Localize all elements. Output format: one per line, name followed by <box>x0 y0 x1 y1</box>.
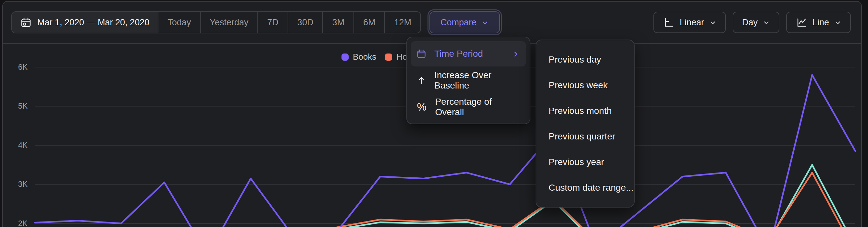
scale-select[interactable]: Linear <box>653 12 726 33</box>
granularity-label: Day <box>742 18 757 28</box>
legend-item-books[interactable]: Books <box>341 52 376 62</box>
submenu-item-previous-week[interactable]: Previous week <box>536 72 634 98</box>
arrow-up-icon <box>416 75 426 85</box>
compare-label: Compare <box>440 18 476 28</box>
quick-range-yesterday[interactable]: Yesterday <box>200 12 257 33</box>
quick-range-today[interactable]: Today <box>158 12 200 33</box>
legend-swatch <box>385 54 392 61</box>
scale-label: Linear <box>680 18 704 28</box>
line-chart-icon <box>796 17 807 28</box>
date-range-button[interactable]: Mar 1, 2020 — Mar 20, 2020 <box>12 12 158 33</box>
submenu-item-previous-month[interactable]: Previous month <box>536 98 634 124</box>
y-axis-tick: 5K <box>3 101 28 110</box>
quick-range-7d[interactable]: 7D <box>257 12 288 33</box>
quick-range-12m[interactable]: 12M <box>384 12 421 33</box>
y-axis-tick: 2K <box>3 219 28 227</box>
chevron-down-icon <box>834 19 841 26</box>
chevron-down-icon <box>481 19 489 27</box>
y-axis-tick: 6K <box>3 63 28 72</box>
submenu-item-previous-quarter[interactable]: Previous quarter <box>536 124 634 149</box>
y-axis-tick: 3K <box>3 180 28 189</box>
legend-label: Books <box>353 52 376 62</box>
calendar-icon <box>416 49 426 59</box>
axis-icon <box>663 17 675 28</box>
time-period-submenu: Previous day Previous week Previous mont… <box>536 39 634 207</box>
chart-type-select[interactable]: Line <box>786 12 851 33</box>
submenu-item-previous-year[interactable]: Previous year <box>536 149 634 175</box>
chevron-right-icon <box>512 51 519 58</box>
chevron-down-icon <box>709 19 716 26</box>
menu-item-increase-over-baseline[interactable]: Increase Over Baseline <box>411 68 526 93</box>
series-line-unnamed <box>35 165 855 227</box>
granularity-select[interactable]: Day <box>733 12 779 33</box>
legend-swatch <box>341 54 349 61</box>
analytics-dashboard: Mar 1, 2020 — Mar 20, 2020 Today Yesterd… <box>0 0 868 227</box>
legend-label: Ho <box>396 52 407 62</box>
series-line-Ho <box>35 172 855 227</box>
chevron-down-icon <box>763 19 770 26</box>
quick-range-6m[interactable]: 6M <box>353 12 385 33</box>
quick-range-3m[interactable]: 3M <box>322 12 353 33</box>
compare-button[interactable]: Compare <box>430 11 500 33</box>
submenu-item-previous-day[interactable]: Previous day <box>536 47 634 72</box>
legend-item-truncated[interactable]: Ho <box>385 52 407 62</box>
chart-legend: Books Ho <box>341 52 407 62</box>
chart-type-label: Line <box>812 18 829 28</box>
submenu-item-custom-date-range[interactable]: Custom date range... <box>536 175 634 200</box>
menu-item-time-period[interactable]: Time Period <box>411 41 526 66</box>
date-range-label: Mar 1, 2020 — Mar 20, 2020 <box>37 18 149 28</box>
menu-item-label: Percentage of Overall <box>435 97 519 118</box>
date-range-group: Mar 1, 2020 — Mar 20, 2020 Today Yesterd… <box>11 11 421 33</box>
compare-menu: Time Period Increase Over Baseline % Per… <box>406 37 530 124</box>
menu-item-label: Increase Over Baseline <box>434 70 519 91</box>
percent-icon: % <box>416 101 427 113</box>
menu-item-label: Time Period <box>434 48 483 59</box>
chart-card: Mar 1, 2020 — Mar 20, 2020 Today Yesterd… <box>2 1 862 227</box>
menu-item-percentage-of-overall[interactable]: % Percentage of Overall <box>411 94 526 120</box>
y-axis-tick: 4K <box>3 141 28 150</box>
quick-range-30d[interactable]: 30D <box>288 12 323 33</box>
calendar-icon <box>21 17 31 28</box>
